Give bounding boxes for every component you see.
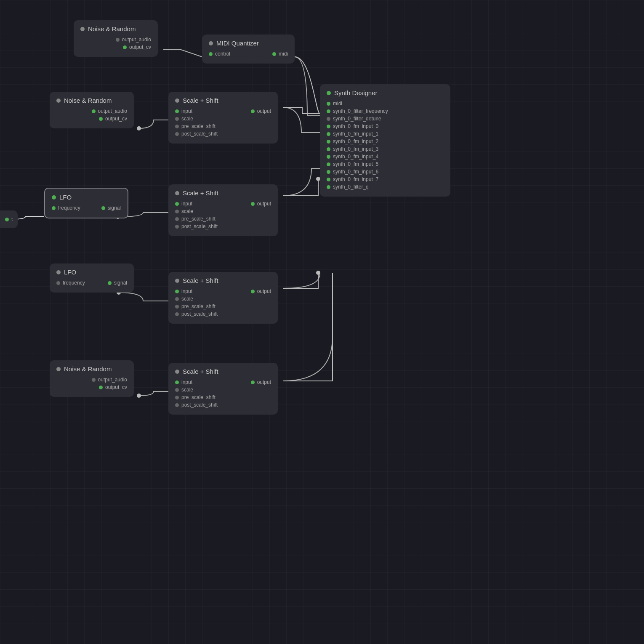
port-dot (123, 45, 127, 49)
node-status-dot (175, 370, 179, 374)
port-dot (175, 381, 179, 384)
node-synth-designer[interactable]: Synth Designer midi synth_0_filter_frequ… (320, 84, 450, 197)
port-dot (101, 206, 105, 210)
port-dot (175, 117, 179, 121)
port-label: output_audio (98, 108, 127, 114)
port-dot (175, 210, 179, 213)
node-noise1-title: Noise & Random (80, 25, 151, 32)
port-label: synth_0_fm_input_4 (333, 154, 378, 160)
node-status-dot (209, 41, 213, 45)
port-dot (175, 403, 179, 407)
node-status-dot (327, 91, 331, 95)
node-scale-shift4-title: Scale + Shift (175, 368, 271, 375)
node-noise3-title: Noise & Random (56, 365, 127, 373)
port-label: synth_0_fm_input_0 (333, 123, 378, 129)
port-dot (175, 290, 179, 293)
node-status-dot (56, 367, 61, 371)
port-dot (175, 217, 179, 221)
port-label: midi (279, 51, 288, 57)
port-dot (99, 386, 103, 389)
port-dot (175, 132, 179, 136)
port-dot (327, 178, 330, 181)
node-scale-shift2[interactable]: Scale + Shift input output scale pre_sca… (168, 184, 278, 236)
partial-port-label: t (11, 216, 13, 222)
port-dot (327, 117, 330, 121)
port-label: control (215, 51, 230, 57)
port-dot (327, 102, 330, 106)
port-dot (175, 125, 179, 128)
svg-point-3 (137, 394, 141, 398)
port-dot (251, 381, 255, 384)
port-label: output_audio (98, 377, 127, 383)
port-dot (327, 125, 330, 128)
port-label: output (257, 201, 271, 207)
port-label: midi (333, 101, 342, 106)
node-lfo1[interactable]: LFO frequency signal (44, 188, 128, 218)
node-scale-shift4[interactable]: Scale + Shift input output scale pre_sca… (168, 363, 278, 415)
node-noise1[interactable]: Noise & Random output_audio output_cv (74, 20, 158, 57)
port-label: signal (114, 280, 127, 286)
port-dot (52, 206, 56, 210)
node-lfo2-title: LFO (56, 269, 127, 276)
port-label: input (181, 288, 192, 294)
port-dot (251, 109, 255, 113)
node-scale-shift3[interactable]: Scale + Shift input output scale pre_sca… (168, 272, 278, 324)
port-dot (56, 281, 60, 285)
port-label: post_scale_shift (181, 131, 218, 137)
port-label: input (181, 379, 192, 385)
node-noise2-title: Noise & Random (56, 97, 127, 104)
port-dot (327, 155, 330, 159)
port-dot (175, 305, 179, 309)
partial-node: t (0, 210, 18, 228)
port-dot (327, 185, 330, 189)
port-label: synth_0_fm_input_5 (333, 161, 378, 167)
port-label: signal (108, 205, 121, 211)
port-label: scale (181, 296, 193, 302)
port-label: pre_scale_shift (181, 303, 216, 309)
port-dot (209, 52, 213, 56)
port-label: synth_0_fm_input_7 (333, 176, 378, 182)
port-label: output (257, 379, 271, 385)
port-dot (92, 109, 96, 113)
svg-point-2 (137, 126, 141, 130)
node-scale-shift1[interactable]: Scale + Shift input output scale pre_sca… (168, 92, 278, 144)
port-dot (327, 170, 330, 174)
port-label: input (181, 201, 192, 207)
port-label: scale (181, 208, 193, 214)
node-status-dot (175, 98, 179, 103)
node-lfo2[interactable]: LFO frequency signal (50, 263, 134, 293)
port-dot (116, 38, 120, 42)
port-label: synth_0_fm_input_2 (333, 138, 378, 144)
node-scale-shift1-title: Scale + Shift (175, 97, 271, 104)
node-scale-shift3-title: Scale + Shift (175, 277, 271, 284)
port-label: frequency (58, 205, 80, 211)
port-label: post_scale_shift (181, 224, 218, 229)
node-noise3[interactable]: Noise & Random output_audio output_cv (50, 360, 134, 397)
port-label: output (257, 108, 271, 114)
port-label: pre_scale_shift (181, 123, 216, 129)
node-lfo1-title: LFO (52, 194, 121, 201)
node-synth-title: Synth Designer (327, 89, 444, 96)
port-label: synth_0_filter_detune (333, 116, 381, 122)
port-label: synth_0_filter_q (333, 184, 369, 190)
port-dot (251, 202, 255, 206)
port-label: output_audio (122, 37, 151, 43)
port-label: synth_0_filter_frequency (333, 108, 388, 114)
port-label: scale (181, 387, 193, 393)
port-dot (5, 218, 9, 221)
node-noise2[interactable]: Noise & Random output_audio output_cv (50, 92, 134, 128)
port-dot (175, 109, 179, 113)
svg-point-1 (316, 271, 320, 275)
node-midi-quantizer[interactable]: MIDI Quantizer control midi (202, 35, 295, 64)
port-dot (175, 388, 179, 392)
port-label: synth_0_fm_input_1 (333, 131, 378, 137)
port-label: scale (181, 116, 193, 122)
node-status-dot (80, 27, 85, 31)
port-dot (327, 147, 330, 151)
port-dot (175, 396, 179, 399)
port-dot (175, 202, 179, 206)
port-dot (251, 290, 255, 293)
port-label: post_scale_shift (181, 311, 218, 317)
port-label: output_cv (105, 384, 127, 390)
node-midi-title: MIDI Quantizer (209, 40, 288, 47)
